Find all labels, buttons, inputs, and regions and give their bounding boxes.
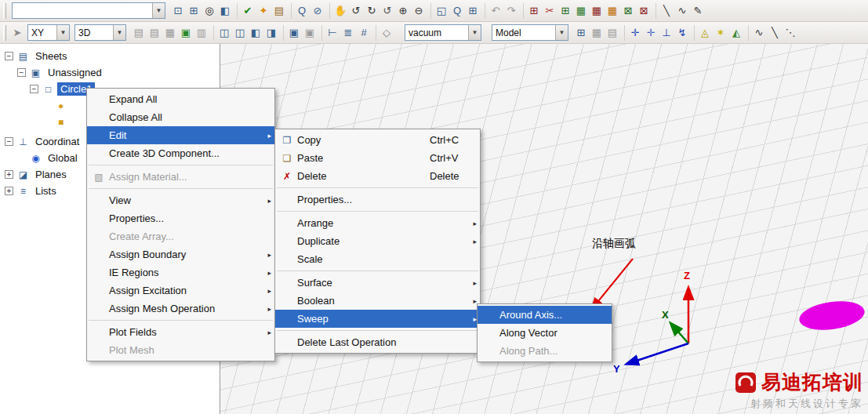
- collapse-icon[interactable]: −: [5, 137, 13, 146]
- fit-all-icon[interactable]: ⊞: [465, 3, 481, 19]
- cs-create-icon[interactable]: ✛: [627, 25, 643, 41]
- align-horizontal-icon[interactable]: ◫: [216, 25, 232, 41]
- chevron-down-icon[interactable]: ▼: [555, 25, 568, 40]
- toolbar-grip[interactable]: [3, 3, 6, 19]
- zoom-out-icon[interactable]: ⊖: [411, 3, 427, 19]
- toolbar-grip[interactable]: [3, 25, 6, 41]
- results-icon[interactable]: ▤: [271, 3, 287, 19]
- menu-item-assign-mesh-operation[interactable]: Assign Mesh Operation▸: [87, 300, 274, 318]
- measure-area-icon[interactable]: #: [356, 25, 372, 41]
- measure-position-icon[interactable]: ⊢: [325, 25, 340, 41]
- cascade-windows-icon[interactable]: ◧: [217, 3, 233, 19]
- validate-check-icon[interactable]: ✔: [240, 3, 256, 19]
- spin-view-icon[interactable]: ↺: [380, 3, 395, 19]
- menu-item-ie-regions[interactable]: IE Regions▸: [87, 263, 274, 281]
- new-window-icon[interactable]: ⊡: [170, 3, 186, 19]
- boolean-split-icon[interactable]: ▣: [178, 25, 194, 41]
- menu-item-paste[interactable]: ❏PasteCtrl+V: [275, 149, 480, 167]
- chevron-down-icon[interactable]: ▼: [468, 25, 481, 40]
- design-selector-combo[interactable]: ▼: [12, 2, 165, 19]
- boundary-cut-icon[interactable]: ✂: [542, 3, 557, 19]
- analyze-icon[interactable]: ✦: [256, 3, 271, 19]
- menu-item-assign-boundary[interactable]: Assign Boundary▸: [87, 245, 274, 263]
- boolean-unite-icon[interactable]: ▤: [131, 25, 147, 41]
- chevron-down-icon[interactable]: ▼: [113, 25, 125, 40]
- pan-hand-icon[interactable]: ✋: [332, 3, 348, 19]
- chevron-down-icon[interactable]: ▼: [56, 25, 69, 40]
- tree-item-sheets[interactable]: − ▤ Sheets: [0, 48, 220, 64]
- menu-item-collapse-all[interactable]: Collapse All: [87, 108, 274, 126]
- menu-item-duplicate[interactable]: Duplicate▸: [275, 232, 480, 250]
- boundary-display-icon[interactable]: ⊞: [526, 3, 542, 19]
- curve-line-icon[interactable]: ╲: [767, 25, 783, 41]
- radiation-display-icon[interactable]: ⊠: [636, 3, 652, 19]
- measure-length-icon[interactable]: ≣: [340, 25, 356, 41]
- excitation-display-icon[interactable]: ⊞: [557, 3, 573, 19]
- boolean-imprint-icon[interactable]: ▥: [194, 25, 209, 41]
- parametric-icon[interactable]: ✶: [713, 25, 728, 41]
- boolean-intersect-icon[interactable]: ▦: [162, 25, 178, 41]
- tree-item-unassigned[interactable]: − ▣ Unassigned: [0, 64, 220, 81]
- menu-item-properties[interactable]: Properties...: [275, 191, 480, 209]
- snap-plane-icon[interactable]: ▤: [605, 25, 620, 41]
- model-combo[interactable]: Model ▼: [492, 24, 568, 41]
- cs-face-icon[interactable]: ✛: [643, 25, 659, 41]
- zoom-doc-icon[interactable]: Q: [294, 3, 310, 19]
- field-overlay-icon[interactable]: ▦: [605, 3, 620, 19]
- menu-item-scale[interactable]: Scale: [275, 250, 480, 268]
- menu-item-delete-last-operation[interactable]: Delete Last Operation: [275, 333, 480, 351]
- menu-item-delete[interactable]: ✗DeleteDelete: [275, 167, 480, 185]
- solid-box-icon[interactable]: ◇: [379, 25, 394, 41]
- pointer-mode-icon[interactable]: ➤: [9, 25, 25, 41]
- offset-icon[interactable]: ◨: [263, 25, 279, 41]
- menu-item-expand-all[interactable]: Expand All: [87, 90, 274, 108]
- draw-line-icon[interactable]: ╲: [659, 3, 674, 19]
- section-icon[interactable]: ▣: [286, 25, 302, 41]
- menu-item-arrange[interactable]: Arrange▸: [275, 214, 480, 232]
- grid-settings-icon[interactable]: ⊞: [573, 25, 589, 41]
- optimetrics-icon[interactable]: ◬: [697, 25, 713, 41]
- expand-icon[interactable]: +: [5, 170, 13, 179]
- tuning-icon[interactable]: ◭: [728, 25, 744, 41]
- redo-icon[interactable]: ↷: [503, 3, 519, 19]
- no-symbol-icon[interactable]: ⊘: [310, 3, 325, 19]
- menu-item-properties[interactable]: Properties...: [87, 209, 274, 227]
- menu-item-around-axis[interactable]: Around Axis...: [478, 306, 612, 324]
- zoom-in-icon[interactable]: ⊕: [395, 3, 411, 19]
- menu-item-copy[interactable]: ❐CopyCtrl+C: [275, 131, 480, 149]
- draw-spline-icon[interactable]: ✎: [690, 3, 706, 19]
- menu-item-edit[interactable]: Edit▸: [87, 126, 274, 144]
- zoom-selection-icon[interactable]: Q: [449, 3, 465, 19]
- menu-item-surface[interactable]: Surface▸: [275, 274, 480, 292]
- mesh-refine-icon[interactable]: ▦: [589, 3, 605, 19]
- collapse-icon[interactable]: −: [5, 52, 13, 60]
- menu-item-view[interactable]: View▸: [87, 191, 274, 209]
- drawing-plane-combo[interactable]: XY ▼: [27, 24, 70, 41]
- menu-item-plot-fields[interactable]: Plot Fields▸: [87, 323, 274, 341]
- curve-sine-icon[interactable]: ∿: [751, 25, 767, 41]
- mirror-icon[interactable]: ◧: [248, 25, 263, 41]
- curve-dots-icon[interactable]: ⋱: [783, 25, 798, 41]
- menu-item-create-3d-component[interactable]: Create 3D Component...: [87, 144, 274, 162]
- cs-relative-icon[interactable]: ↯: [674, 25, 690, 41]
- material-combo[interactable]: vacuum ▼: [405, 24, 481, 41]
- draw-arc-icon[interactable]: ∿: [674, 3, 690, 19]
- collapse-icon[interactable]: −: [17, 68, 26, 77]
- collapse-icon[interactable]: −: [30, 85, 38, 93]
- view-mode-combo[interactable]: 3D ▼: [74, 24, 126, 41]
- tile-windows-icon[interactable]: ⊞: [186, 3, 202, 19]
- undo-icon[interactable]: ↶: [488, 3, 503, 19]
- mesh-display-icon[interactable]: ▦: [573, 3, 589, 19]
- rotate-axis-icon[interactable]: ↻: [364, 3, 380, 19]
- menu-item-assign-excitation[interactable]: Assign Excitation▸: [87, 281, 274, 300]
- connect-icon[interactable]: ▣: [302, 25, 318, 41]
- rotate-view-icon[interactable]: ↺: [348, 3, 364, 19]
- record-macro-icon[interactable]: ◎: [202, 3, 217, 19]
- menu-item-along-vector[interactable]: Along Vector: [478, 324, 612, 342]
- field-plot-icon[interactable]: ⊠: [620, 3, 636, 19]
- snap-mode-icon[interactable]: ▦: [589, 25, 605, 41]
- menu-item-sweep[interactable]: Sweep▸: [275, 310, 480, 328]
- menu-item-boolean[interactable]: Boolean▸: [275, 292, 480, 310]
- align-vertical-icon[interactable]: ◫: [232, 25, 248, 41]
- expand-icon[interactable]: +: [5, 187, 13, 195]
